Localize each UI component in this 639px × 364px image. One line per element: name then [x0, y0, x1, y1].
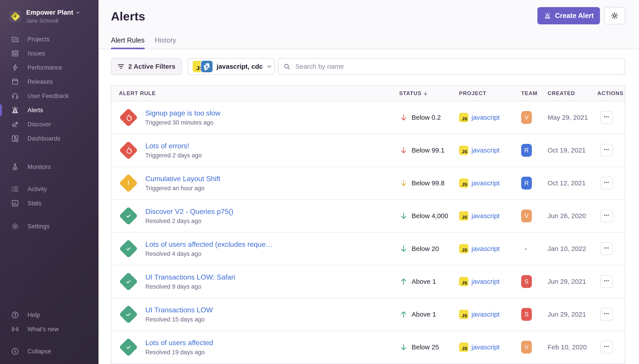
- sidebar-item-user-feedback[interactable]: User Feedback: [0, 89, 99, 103]
- sidebar-item-whats-new[interactable]: What's new: [0, 322, 99, 336]
- sidebar-nav-activity: Activity Stats: [0, 182, 99, 210]
- project-link[interactable]: javascript: [471, 114, 500, 121]
- row-actions-button[interactable]: •••: [600, 308, 613, 321]
- gear-icon: [11, 222, 20, 231]
- app-root: Empower Plant Jane Schmidt Projects Issu…: [0, 0, 639, 364]
- status-value: Above 1: [412, 310, 436, 318]
- column-header-status[interactable]: Status: [398, 90, 458, 96]
- broadcast-icon: [11, 325, 20, 334]
- project-link[interactable]: javascript: [471, 212, 500, 220]
- javascript-project-icon: JS: [459, 244, 468, 254]
- alert-rule-link[interactable]: UI Transactions LOW: Safari: [145, 273, 235, 281]
- project-link[interactable]: javascript: [471, 310, 500, 318]
- created-date: Jun 26, 2020: [544, 212, 597, 220]
- page-header: Alerts Create Alert Alert Rules History: [99, 0, 639, 49]
- row-actions-button[interactable]: •••: [600, 177, 613, 190]
- alert-rule-link[interactable]: UI Transactions LOW: [145, 306, 213, 314]
- sidebar-item-projects[interactable]: Projects: [0, 32, 99, 46]
- lightning-icon: [11, 63, 20, 72]
- create-alert-button[interactable]: Create Alert: [537, 7, 600, 24]
- alert-rule-link[interactable]: Lots of errors!: [145, 142, 202, 150]
- support-icon: [11, 92, 20, 100]
- sidebar-item-releases[interactable]: Releases: [0, 75, 99, 89]
- team-avatar: V: [521, 341, 532, 354]
- sidebar-item-dashboards[interactable]: Dashboards: [0, 132, 99, 146]
- javascript-project-icon: JS: [459, 211, 468, 220]
- row-actions-button[interactable]: •••: [600, 210, 613, 222]
- search-input[interactable]: [278, 58, 625, 75]
- row-actions-button[interactable]: •••: [600, 341, 613, 354]
- team-avatar: R: [521, 144, 532, 157]
- created-date: Oct 19, 2021: [544, 146, 597, 154]
- sidebar-item-performance[interactable]: Performance: [0, 60, 99, 75]
- project-link[interactable]: javascript: [471, 146, 500, 154]
- trend-down-icon: [399, 244, 408, 253]
- alert-rule-link[interactable]: Cumulative Layout Shift: [145, 175, 220, 183]
- created-date: Oct 12, 2021: [544, 179, 597, 187]
- chevron-down-icon: [76, 10, 80, 15]
- org-switcher[interactable]: Empower Plant Jane Schmidt: [9, 9, 99, 24]
- sidebar-item-activity[interactable]: Activity: [0, 182, 99, 196]
- sidebar: Empower Plant Jane Schmidt Projects Issu…: [0, 0, 99, 364]
- trend-down-icon: [399, 146, 408, 155]
- row-actions-button[interactable]: •••: [600, 275, 613, 288]
- warning-alert-icon: [119, 174, 138, 193]
- alert-rule-subtitle: Triggered an hour ago: [145, 185, 220, 192]
- org-user-name: Jane Schmidt: [26, 18, 80, 24]
- trend-up-icon: [399, 277, 408, 286]
- tab-history[interactable]: History: [155, 36, 176, 49]
- alert-rule-link[interactable]: Lots of users affected (excludes reque…: [145, 240, 273, 248]
- team-avatar: V: [521, 210, 532, 222]
- releases-icon: [11, 77, 20, 86]
- status-value: Below 4,000: [412, 212, 448, 220]
- sidebar-item-collapse[interactable]: Collapse: [0, 344, 99, 358]
- status-value: Below 25: [412, 344, 439, 351]
- project-link[interactable]: javascript: [471, 278, 500, 285]
- sidebar-item-discover[interactable]: Discover: [0, 117, 99, 132]
- sidebar-item-alerts[interactable]: Alerts: [0, 103, 99, 117]
- sidebar-nav-main: Projects Issues Performance Releases Use…: [0, 32, 99, 146]
- org-name: Empower Plant: [26, 9, 73, 16]
- team-avatar: R: [521, 177, 532, 190]
- sidebar-nav-settings: Settings: [0, 219, 99, 234]
- column-header-team: Team: [520, 90, 544, 96]
- sidebar-item-settings[interactable]: Settings: [0, 219, 99, 234]
- alert-rule-row: Lots of errors! Triggered 2 days ago Bel…: [111, 134, 625, 167]
- status-value: Below 0.2: [412, 114, 441, 121]
- sidebar-item-monitors[interactable]: Monitors: [0, 160, 99, 174]
- alert-rule-link[interactable]: Discover V2 - Queries p75(): [145, 208, 233, 216]
- org-logo: [9, 10, 21, 22]
- project-link[interactable]: javascript: [471, 245, 500, 252]
- gear-icon: [610, 12, 619, 20]
- row-actions-button[interactable]: •••: [600, 242, 613, 255]
- activity-list-icon: [11, 185, 20, 194]
- created-date: May 29, 2021: [544, 114, 597, 121]
- help-icon: [11, 310, 20, 320]
- alert-settings-button[interactable]: [604, 7, 625, 24]
- alert-rule-link[interactable]: Lots of users affected: [145, 339, 213, 347]
- alert-rule-subtitle: Resolved 19 days ago: [145, 349, 213, 356]
- alert-rule-link[interactable]: Signup page is too slow: [145, 109, 220, 117]
- javascript-project-icon: JS: [459, 113, 468, 122]
- row-actions-button[interactable]: •••: [600, 144, 613, 157]
- created-date: Jan 10, 2022: [544, 245, 597, 252]
- tab-alert-rules[interactable]: Alert Rules: [111, 36, 145, 49]
- created-date: Jun 29, 2021: [544, 310, 597, 318]
- siren-icon: [544, 12, 552, 20]
- row-actions-button[interactable]: •••: [600, 111, 613, 124]
- status-value: Below 20: [412, 245, 439, 252]
- sidebar-item-issues[interactable]: Issues: [0, 46, 99, 60]
- alert-rule-subtitle: Triggered 30 minutes ago: [145, 119, 220, 126]
- project-link[interactable]: javascript: [471, 179, 500, 187]
- team-avatar: S: [521, 308, 532, 321]
- alert-rule-row: Lots of users affected Resolved 19 days …: [111, 331, 625, 364]
- project-selector[interactable]: JS javascript, cdc: [188, 58, 275, 75]
- javascript-project-icon: JS: [459, 277, 468, 286]
- javascript-project-icon: JS: [459, 146, 468, 155]
- created-date: Jun 29, 2021: [544, 278, 597, 285]
- project-link[interactable]: javascript: [471, 344, 500, 351]
- sidebar-item-help[interactable]: Help: [0, 308, 99, 322]
- javascript-project-icon: JS: [459, 310, 468, 319]
- sidebar-item-stats[interactable]: Stats: [0, 196, 99, 210]
- active-filters-button[interactable]: 2 Active Filters: [111, 58, 182, 75]
